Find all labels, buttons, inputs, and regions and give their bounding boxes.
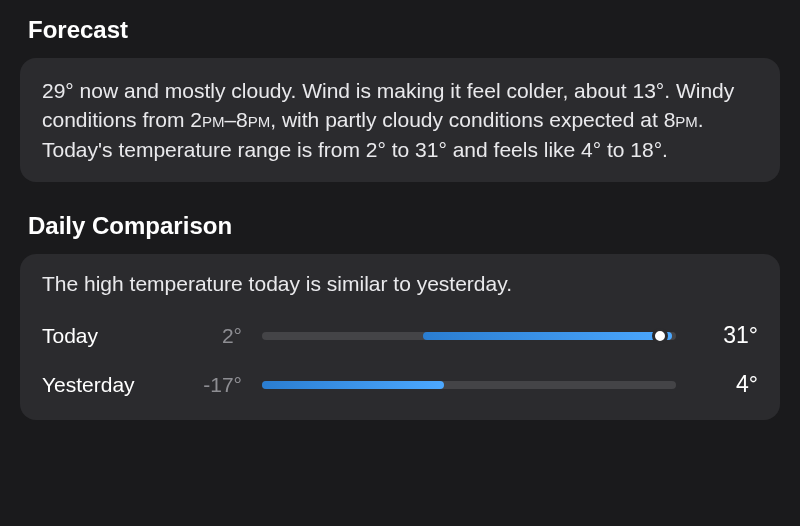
time-suffix: PM <box>675 108 698 131</box>
temperature-bar-fill-yesterday <box>262 381 444 389</box>
comparison-summary: The high temperature today is similar to… <box>42 272 758 296</box>
daily-comparison-section: Daily Comparison The high temperature to… <box>20 212 780 420</box>
temperature-bar-fill-today <box>423 332 671 340</box>
time-suffix: PM <box>202 108 225 131</box>
forecast-fragment: –8 <box>224 108 247 131</box>
forecast-card: 29° now and mostly cloudy. Wind is makin… <box>20 58 780 182</box>
forecast-section: Forecast 29° now and mostly cloudy. Wind… <box>20 16 780 182</box>
time-suffix: PM <box>248 108 271 131</box>
comparison-row-yesterday: Yesterday -17° 4° <box>42 371 758 398</box>
row-high-today: 31° <box>696 322 758 349</box>
row-label-yesterday: Yesterday <box>42 373 182 397</box>
comparison-row-today: Today 2° 31° <box>42 322 758 349</box>
row-high-yesterday: 4° <box>696 371 758 398</box>
row-low-yesterday: -17° <box>182 373 242 397</box>
forecast-fragment: , with partly cloudy conditions expected… <box>270 108 675 131</box>
row-low-today: 2° <box>182 324 242 348</box>
temperature-bar-yesterday <box>262 381 676 389</box>
temperature-bar-today <box>262 332 676 340</box>
daily-comparison-card: The high temperature today is similar to… <box>20 254 780 420</box>
row-label-today: Today <box>42 324 182 348</box>
forecast-text: 29° now and mostly cloudy. Wind is makin… <box>42 76 758 164</box>
forecast-title: Forecast <box>28 16 780 44</box>
daily-comparison-title: Daily Comparison <box>28 212 780 240</box>
current-temperature-dot <box>652 328 668 344</box>
